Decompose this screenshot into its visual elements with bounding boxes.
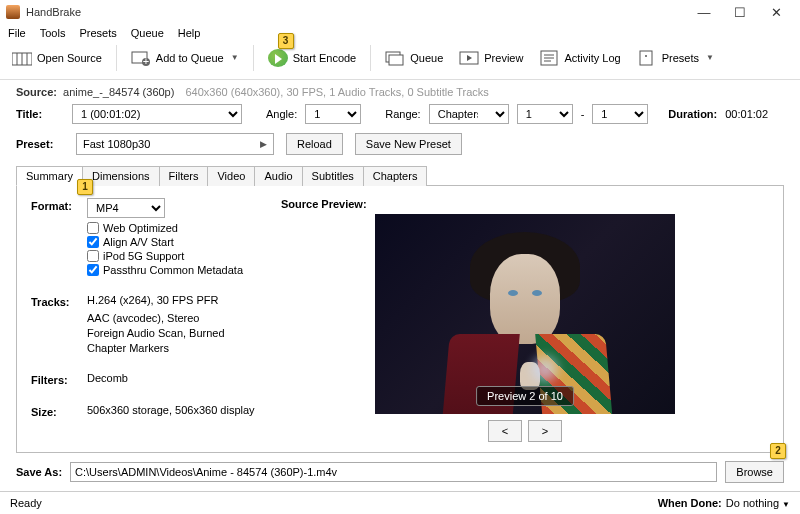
- when-done-select[interactable]: Do nothing ▼: [726, 497, 790, 509]
- track-line: Chapter Markers: [87, 342, 281, 354]
- add-queue-icon: +: [131, 49, 151, 67]
- presets-button[interactable]: Presets ▼: [631, 47, 720, 69]
- queue-label: Queue: [410, 52, 443, 64]
- tab-audio[interactable]: Audio: [254, 166, 302, 186]
- web-optimized-checkbox[interactable]: Web Optimized: [87, 222, 281, 234]
- preview-button[interactable]: Preview: [453, 47, 529, 69]
- open-source-icon: [12, 49, 32, 67]
- toolbar: Open Source + Add to Queue ▼ Start Encod…: [0, 43, 800, 80]
- app-icon: [6, 5, 20, 19]
- range-label: Range:: [385, 108, 420, 120]
- start-encode-label: Start Encode: [293, 52, 357, 64]
- preview-icon: [459, 49, 479, 67]
- play-icon: [268, 49, 288, 67]
- add-queue-label: Add to Queue: [156, 52, 224, 64]
- minimize-button[interactable]: —: [686, 0, 722, 24]
- preset-value: Fast 1080p30: [83, 138, 150, 150]
- window-title: HandBrake: [26, 6, 686, 18]
- save-as-row: Save As: Browse 2: [0, 453, 800, 491]
- tab-dimensions[interactable]: Dimensions: [82, 166, 159, 186]
- tracks-label: Tracks:: [31, 294, 87, 308]
- tab-subtitles[interactable]: Subtitles: [302, 166, 364, 186]
- reload-button[interactable]: Reload: [286, 133, 343, 155]
- tab-video[interactable]: Video: [207, 166, 255, 186]
- chevron-down-icon: ▼: [706, 53, 714, 62]
- chevron-down-icon: ▼: [231, 53, 239, 62]
- preview-label: Preview: [484, 52, 523, 64]
- queue-button[interactable]: Queue: [379, 47, 449, 69]
- svg-rect-8: [389, 55, 403, 65]
- statusbar: Ready When Done: Do nothing ▼: [0, 491, 800, 514]
- track-line: Foreign Audio Scan, Burned: [87, 327, 281, 339]
- menu-file[interactable]: File: [8, 27, 26, 39]
- titlebar: HandBrake — ☐ ✕: [0, 0, 800, 25]
- format-label: Format:: [31, 198, 87, 212]
- title-row: Title: 1 (00:01:02) Angle: 1 Range: Chap…: [0, 101, 800, 127]
- title-select[interactable]: 1 (00:01:02): [72, 104, 242, 124]
- annotation-1: 1: [77, 179, 93, 195]
- save-new-preset-button[interactable]: Save New Preset: [355, 133, 462, 155]
- start-encode-button[interactable]: Start Encode 3: [262, 47, 363, 69]
- preset-label: Preset:: [16, 138, 64, 150]
- range-dash: -: [581, 108, 585, 120]
- duration-value: 00:01:02: [725, 108, 768, 120]
- activity-log-label: Activity Log: [564, 52, 620, 64]
- tab-summary[interactable]: Summary: [16, 166, 83, 186]
- passthru-checkbox[interactable]: Passthru Common Metadata: [87, 264, 281, 276]
- svg-marker-10: [467, 55, 472, 61]
- preview-counter: Preview 2 of 10: [476, 386, 574, 406]
- filters-value: Decomb: [87, 372, 128, 384]
- annotation-3: 3: [278, 33, 294, 49]
- chapter-from-select[interactable]: 1: [517, 104, 573, 124]
- preview-nav: < >: [488, 420, 562, 442]
- chevron-down-icon: ▼: [782, 500, 790, 509]
- tab-chapters[interactable]: Chapters: [363, 166, 428, 186]
- title-label: Title:: [16, 108, 64, 120]
- menu-presets[interactable]: Presets: [79, 27, 116, 39]
- presets-label: Presets: [662, 52, 699, 64]
- angle-select[interactable]: 1: [305, 104, 361, 124]
- track-line: AAC (avcodec), Stereo: [87, 312, 281, 324]
- save-as-label: Save As:: [16, 466, 62, 478]
- annotation-2: 2: [770, 443, 786, 459]
- menu-tools[interactable]: Tools: [40, 27, 66, 39]
- open-source-label: Open Source: [37, 52, 102, 64]
- toolbar-separator: [370, 45, 371, 71]
- angle-label: Angle:: [266, 108, 297, 120]
- ipod-checkbox[interactable]: iPod 5G Support: [87, 250, 281, 262]
- align-av-checkbox[interactable]: Align A/V Start: [87, 236, 281, 248]
- track-line: H.264 (x264), 30 FPS PFR: [87, 294, 218, 306]
- save-as-input[interactable]: [70, 462, 717, 482]
- add-to-queue-button[interactable]: + Add to Queue ▼: [125, 47, 245, 69]
- menu-queue[interactable]: Queue: [131, 27, 164, 39]
- status-ready: Ready: [10, 497, 658, 509]
- source-line: Source: anime_-_84574 (360p) 640x360 (64…: [0, 80, 800, 101]
- source-name: anime_-_84574 (360p): [63, 86, 174, 98]
- chapter-to-select[interactable]: 1: [592, 104, 648, 124]
- range-select[interactable]: Chapters: [429, 104, 509, 124]
- tabs: Summary Dimensions Filters Video Audio S…: [16, 165, 784, 186]
- preset-select[interactable]: Fast 1080p30 ▶: [76, 133, 274, 155]
- size-label: Size:: [31, 404, 87, 418]
- format-select[interactable]: MP4: [87, 198, 165, 218]
- maximize-button[interactable]: ☐: [722, 0, 758, 24]
- menu-help[interactable]: Help: [178, 27, 201, 39]
- tab-filters[interactable]: Filters: [159, 166, 209, 186]
- filters-label: Filters:: [31, 372, 87, 386]
- when-done-label: When Done:: [658, 497, 722, 509]
- preview-next-button[interactable]: >: [528, 420, 562, 442]
- presets-icon: [637, 49, 657, 67]
- close-button[interactable]: ✕: [758, 0, 794, 24]
- summary-left-column: Format: MP4 1 Web Optimized Align A/V St…: [31, 198, 281, 442]
- summary-right-column: Source Preview: Preview 2 of 10 < >: [281, 198, 769, 442]
- open-source-button[interactable]: Open Source: [6, 47, 108, 69]
- preview-prev-button[interactable]: <: [488, 420, 522, 442]
- activity-log-button[interactable]: Activity Log: [533, 47, 626, 69]
- svg-point-16: [645, 55, 647, 57]
- preset-row: Preset: Fast 1080p30 ▶ Reload Save New P…: [0, 127, 800, 165]
- size-value: 506x360 storage, 506x360 display: [87, 404, 255, 416]
- browse-button[interactable]: Browse: [725, 461, 784, 483]
- svg-text:+: +: [143, 55, 149, 66]
- svg-rect-15: [640, 51, 652, 65]
- source-preview-image: Preview 2 of 10: [375, 214, 675, 414]
